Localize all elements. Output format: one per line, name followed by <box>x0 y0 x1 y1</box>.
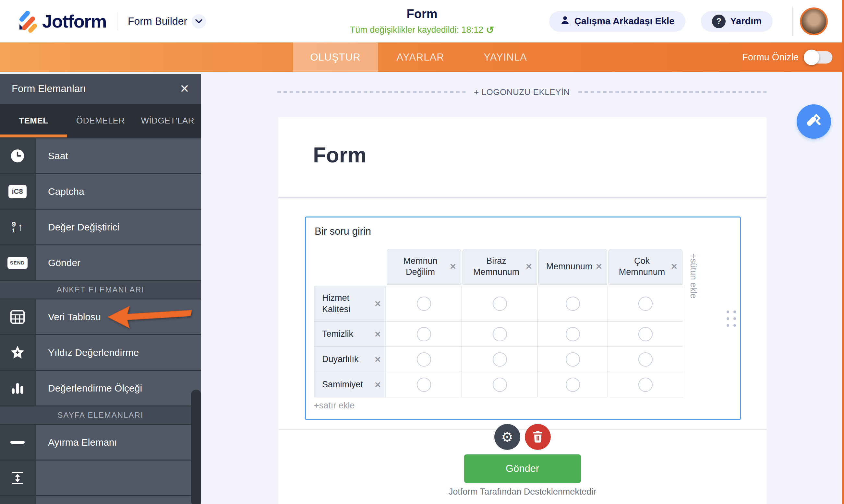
element-partial-row[interactable] <box>0 496 201 504</box>
row-label: Samimiyet <box>322 379 363 390</box>
radio-button[interactable] <box>493 327 507 341</box>
powered-by-text: Jotform Tarafından Desteklenmektedir <box>278 487 767 497</box>
radio-button[interactable] <box>566 352 580 366</box>
drag-handle[interactable] <box>726 310 736 327</box>
radio-button[interactable] <box>566 296 580 311</box>
gear-icon: ⚙ <box>501 429 513 445</box>
add-logo-button[interactable]: + LOGONUZU EKLEYİN <box>474 87 570 97</box>
add-column-button[interactable]: +sütun ekle <box>688 253 698 299</box>
close-icon[interactable]: ✕ <box>180 82 190 96</box>
element-veri-tablosu[interactable]: Veri Tablosu <box>0 300 201 334</box>
avatar[interactable] <box>800 7 828 35</box>
element-saat[interactable]: Saat <box>0 139 201 173</box>
matrix-cell <box>608 347 683 372</box>
element-yildiz-degerlendirme[interactable]: Yıldız Değerlendirme <box>0 335 201 370</box>
element-label: Değerlendirme Ölçeği <box>36 371 201 406</box>
sidebar-tab-temel[interactable]: TEMEL <box>0 104 67 138</box>
remove-column-icon[interactable]: ✕ <box>596 262 602 272</box>
remove-column-icon[interactable]: ✕ <box>526 262 532 272</box>
help-button[interactable]: ? Yardım <box>701 11 773 32</box>
element-label: Veri Tablosu <box>36 300 201 334</box>
radio-button[interactable] <box>417 327 431 341</box>
chevron-down-icon <box>195 19 203 24</box>
logo-wordmark: Jotform <box>42 11 106 32</box>
matrix-column-header[interactable]: Memnunum ✕ <box>538 249 608 285</box>
question-delete-button[interactable] <box>525 424 551 450</box>
sidebar-tab-odemeler[interactable]: ÖDEMELER <box>67 104 134 138</box>
section-collapse-icon <box>0 461 35 495</box>
product-label: Form Builder <box>128 15 187 27</box>
remove-column-icon[interactable]: ✕ <box>450 262 456 272</box>
form-heading[interactable]: Form <box>313 143 367 167</box>
element-deger-degistirici[interactable]: 91 ↑ Değer Değiştirici <box>0 210 201 245</box>
section-anket-elemanlari: ANKET ELEMANLARI <box>0 281 201 299</box>
column-label: Çok Memnunum <box>616 256 668 278</box>
preview-toggle[interactable] <box>805 51 832 64</box>
element-bolum-daraltma[interactable] <box>0 461 201 495</box>
remove-column-icon[interactable]: ✕ <box>671 262 678 272</box>
remove-row-icon[interactable]: ✕ <box>374 299 381 309</box>
radio-button[interactable] <box>638 327 653 341</box>
product-switcher-button[interactable] <box>192 14 206 29</box>
form-title-card[interactable]: Form <box>278 117 767 198</box>
radio-button[interactable] <box>493 378 507 392</box>
section-sayfa-elemanlari: SAYFA ELEMANLARI <box>0 407 201 424</box>
matrix-row-header[interactable]: Temizlik✕ <box>314 322 386 347</box>
column-label: Biraz Memnunum <box>470 256 523 278</box>
matrix-cell <box>462 372 538 397</box>
radio-button[interactable] <box>566 327 580 341</box>
radio-button[interactable] <box>638 378 653 392</box>
matrix-row-header[interactable]: Hizmet Kalitesi✕ <box>314 286 386 322</box>
element-label: Değer Değiştirici <box>36 210 201 245</box>
radio-button[interactable] <box>417 378 431 392</box>
jotform-logo-icon <box>17 8 38 35</box>
matrix-column-header[interactable]: Memnun Değilim ✕ <box>386 249 462 285</box>
row-label: Temizlik <box>322 328 353 340</box>
tab-olustur[interactable]: OLUŞTUR <box>293 42 378 72</box>
star-icon <box>0 335 35 370</box>
sidebar-tab-widgetlar[interactable]: WİDGET'LAR <box>134 104 201 138</box>
radio-button[interactable] <box>566 378 580 392</box>
element-captcha[interactable]: iC8 Captcha <box>0 174 201 209</box>
matrix-row: Samimiyet✕ <box>314 372 683 397</box>
main-header: Jotform Form Builder Form Tüm değişiklik… <box>0 0 844 42</box>
radio-button[interactable] <box>493 352 507 366</box>
radio-button[interactable] <box>417 352 431 366</box>
sidebar-scrollbar[interactable] <box>191 390 201 504</box>
revision-history-icon[interactable]: ↺ <box>486 24 494 36</box>
element-gonder[interactable]: SEND Gönder <box>0 245 201 280</box>
question-label[interactable]: Bir soru girin <box>315 226 371 237</box>
remove-row-icon[interactable]: ✕ <box>374 329 381 339</box>
tab-yayinla[interactable]: YAYINLA <box>463 42 548 72</box>
dashed-line-left <box>277 91 465 93</box>
radio-button[interactable] <box>638 352 653 366</box>
matrix-cell <box>462 286 538 322</box>
matrix-row-header[interactable]: Samimiyet✕ <box>314 372 386 397</box>
matrix-row-header[interactable]: Duyarlılık✕ <box>314 347 386 372</box>
radio-button[interactable] <box>638 296 653 311</box>
remove-row-icon[interactable]: ✕ <box>374 379 381 390</box>
matrix-column-header[interactable]: Biraz Memnunum ✕ <box>462 249 538 285</box>
tab-ayarlar[interactable]: AYARLAR <box>378 42 463 72</box>
jotform-form-builder: Jotform Form Builder Form Tüm değişiklik… <box>0 0 844 504</box>
add-collaborator-button[interactable]: Çalışma Arkadaşı Ekle <box>549 11 685 32</box>
form-designer-button[interactable] <box>797 104 831 139</box>
matrix-column-header[interactable]: Çok Memnunum ✕ <box>608 249 683 285</box>
submit-button[interactable]: Gönder <box>464 454 581 483</box>
preview-group: Formu Önizle <box>742 42 832 72</box>
add-row-button[interactable]: +satır ekle <box>314 401 354 411</box>
radio-button[interactable] <box>493 296 507 311</box>
element-ayirma-elemani[interactable]: Ayırma Elemanı <box>0 425 201 460</box>
radio-button[interactable] <box>417 296 431 311</box>
send-icon: SEND <box>0 245 35 280</box>
paint-roller-icon <box>805 112 823 131</box>
matrix-cell <box>386 322 462 347</box>
question-settings-button[interactable]: ⚙ <box>494 424 520 450</box>
element-degerlendirme-olcegi[interactable]: Değerlendirme Ölçeği <box>0 371 201 406</box>
add-collaborator-label: Çalışma Arkadaşı Ekle <box>575 16 674 26</box>
remove-row-icon[interactable]: ✕ <box>374 354 381 365</box>
logo-group[interactable]: Jotform Form Builder <box>17 0 206 42</box>
form-title-header: Form <box>407 7 438 21</box>
table-icon <box>0 300 35 334</box>
column-label: Memnun Değilim <box>394 256 447 278</box>
